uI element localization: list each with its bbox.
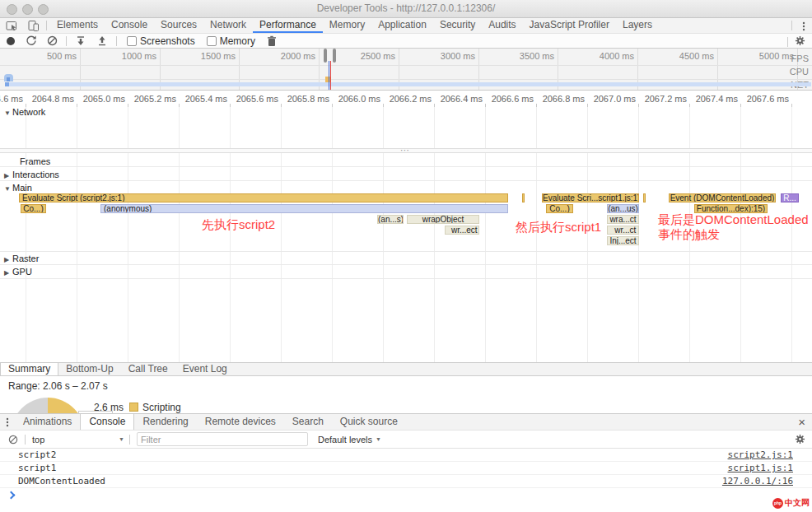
drawer-tab-console[interactable]: Console bbox=[80, 414, 134, 430]
checkbox-box[interactable] bbox=[207, 36, 217, 46]
flame-bar[interactable]: R... bbox=[781, 193, 799, 202]
console-filter-input[interactable] bbox=[137, 432, 308, 446]
devtools-tabs: ElementsConsoleSourcesNetworkPerformance… bbox=[50, 18, 659, 33]
console-prompt-icon[interactable] bbox=[7, 491, 16, 500]
flame-bar[interactable]: wrapObject bbox=[407, 215, 479, 224]
drawer-tab-quick-source[interactable]: Quick source bbox=[332, 414, 406, 430]
ruler-tick-label: 2065.6 ms bbox=[236, 94, 278, 104]
flame-chart-area[interactable]: ⋯ ▼NetworkFrames▶Interactions▼Main▶Raste… bbox=[0, 107, 812, 362]
save-profile-icon[interactable] bbox=[96, 35, 108, 46]
tab-application[interactable]: Application bbox=[371, 18, 433, 33]
tab-memory[interactable]: Memory bbox=[323, 18, 371, 33]
tab-javascript-profiler[interactable]: JavaScript Profiler bbox=[523, 18, 616, 33]
device-toolbar-icon[interactable] bbox=[27, 20, 40, 32]
clear-console-icon[interactable] bbox=[8, 435, 18, 445]
devtools-tab-bar: ElementsConsoleSourcesNetworkPerformance… bbox=[0, 18, 812, 34]
php-logo-icon: php bbox=[772, 498, 783, 509]
execution-context-select[interactable]: top ▼ bbox=[32, 435, 124, 445]
flame-bar[interactable] bbox=[522, 193, 525, 202]
drawer-tab-rendering[interactable]: Rendering bbox=[134, 414, 196, 430]
divider bbox=[46, 21, 47, 30]
track-splitter[interactable]: ⋯ bbox=[0, 148, 812, 153]
garbage-collect-icon[interactable] bbox=[267, 35, 277, 47]
minimize-window-button[interactable] bbox=[22, 4, 33, 15]
inspect-element-icon[interactable] bbox=[6, 20, 19, 32]
devtools-window: Developer Tools - http://127.0.0.1:12306… bbox=[0, 0, 812, 512]
record-button[interactable] bbox=[7, 37, 15, 45]
tab-performance[interactable]: Performance bbox=[253, 18, 323, 33]
drawer-menu-icon[interactable] bbox=[0, 414, 15, 430]
console-source-link[interactable]: script1.js:1 bbox=[728, 462, 793, 474]
flame-bar[interactable]: (anonymous) bbox=[100, 204, 508, 213]
flame-bar[interactable] bbox=[643, 193, 646, 202]
drawer-tab-search[interactable]: Search bbox=[284, 414, 332, 430]
track-header-gpu[interactable]: ▶GPU bbox=[4, 267, 32, 277]
collapse-icon[interactable]: ▼ bbox=[4, 185, 12, 193]
overview-tick-label: 3000 ms bbox=[441, 51, 475, 61]
log-levels-select[interactable]: Default levels ▼ bbox=[318, 435, 381, 445]
drawer-tab-animations[interactable]: Animations bbox=[15, 414, 80, 430]
flame-bar[interactable]: _wr...ct bbox=[607, 226, 639, 235]
flame-bar[interactable]: Inj...ect bbox=[607, 236, 639, 245]
tab-network[interactable]: Network bbox=[203, 18, 253, 33]
expand-icon[interactable]: ▶ bbox=[4, 269, 12, 277]
screenshots-checkbox[interactable]: Screenshots bbox=[127, 35, 195, 47]
tab-call-tree[interactable]: Call Tree bbox=[121, 363, 175, 375]
ruler-tick-label: 2066.0 ms bbox=[338, 94, 380, 104]
tab-layers[interactable]: Layers bbox=[616, 18, 659, 33]
flame-bar[interactable]: (an...us) bbox=[607, 204, 639, 213]
track-header-main[interactable]: ▼Main bbox=[4, 183, 32, 193]
tab-elements[interactable]: Elements bbox=[50, 18, 105, 33]
load-profile-icon[interactable] bbox=[75, 35, 86, 46]
splitter-handle-icon[interactable]: ⋯ bbox=[400, 145, 410, 156]
tab-sources[interactable]: Sources bbox=[154, 18, 203, 33]
selection-left-handle[interactable] bbox=[324, 49, 327, 63]
track-header-frames[interactable]: Frames bbox=[12, 156, 50, 166]
flame-bar[interactable]: _wr...ect bbox=[445, 226, 479, 235]
console-settings-gear-icon[interactable] bbox=[795, 434, 805, 445]
flame-bar[interactable]: Co...) bbox=[21, 204, 46, 213]
track-header-raster[interactable]: ▶Raster bbox=[4, 254, 39, 263]
watermark-text: 中文网 bbox=[785, 497, 810, 509]
divider bbox=[0, 278, 812, 279]
close-drawer-icon[interactable]: × bbox=[798, 414, 805, 430]
scripting-time-value: 2.6 ms bbox=[81, 402, 124, 413]
console-source-link[interactable]: 127.0.0.1/:16 bbox=[722, 475, 793, 487]
close-window-button[interactable] bbox=[7, 4, 17, 15]
track-label-text: Raster bbox=[12, 254, 39, 263]
flame-bar[interactable]: wra...ct bbox=[607, 215, 639, 224]
clear-icon[interactable] bbox=[47, 35, 58, 46]
reload-and-record-icon[interactable] bbox=[26, 35, 36, 46]
overview-tick-label: 4500 ms bbox=[679, 51, 714, 61]
console-source-link[interactable]: script2.js:1 bbox=[728, 449, 793, 461]
more-options-icon[interactable] bbox=[796, 18, 812, 33]
flame-bar[interactable]: Evaluate Scri...script1.js:1) bbox=[542, 193, 639, 202]
ruler-tick-label: 2067.0 ms bbox=[594, 94, 636, 104]
track-header-interactions[interactable]: ▶Interactions bbox=[4, 170, 59, 179]
divider bbox=[0, 264, 812, 265]
flame-bar[interactable]: Co...) bbox=[546, 204, 573, 213]
drawer-tab-remote-devices[interactable]: Remote devices bbox=[197, 414, 284, 430]
console-message-text: DOMContentLoaded bbox=[18, 475, 105, 487]
track-header-network[interactable]: ▼Network bbox=[4, 107, 45, 117]
flame-bar[interactable]: Event (DOMContentLoaded) bbox=[669, 193, 776, 202]
zoom-window-button[interactable] bbox=[38, 4, 49, 15]
tab-audits[interactable]: Audits bbox=[482, 18, 522, 33]
tab-security[interactable]: Security bbox=[433, 18, 482, 33]
memory-checkbox[interactable]: Memory bbox=[207, 35, 255, 47]
capture-settings-gear-icon[interactable] bbox=[795, 35, 805, 46]
tab-console[interactable]: Console bbox=[105, 18, 154, 33]
expand-icon[interactable]: ▶ bbox=[4, 256, 12, 263]
checkbox-box[interactable] bbox=[127, 36, 137, 46]
flame-bar[interactable]: (an...s) bbox=[377, 215, 404, 224]
domcontentloaded-marker bbox=[329, 61, 329, 91]
selection-right-handle[interactable] bbox=[333, 49, 336, 63]
timeline-overview[interactable]: 500 ms1000 ms1500 ms2000 ms2500 ms3000 m… bbox=[0, 49, 812, 91]
tab-bottom-up[interactable]: Bottom-Up bbox=[58, 363, 120, 375]
track-label-text: Frames bbox=[20, 156, 50, 166]
expand-icon[interactable]: ▶ bbox=[4, 172, 12, 179]
flame-bar[interactable]: Evaluate Script (script2.js:1) bbox=[19, 193, 508, 202]
tab-summary[interactable]: Summary bbox=[0, 363, 58, 375]
collapse-icon[interactable]: ▼ bbox=[4, 109, 12, 117]
tab-event-log[interactable]: Event Log bbox=[175, 363, 235, 375]
